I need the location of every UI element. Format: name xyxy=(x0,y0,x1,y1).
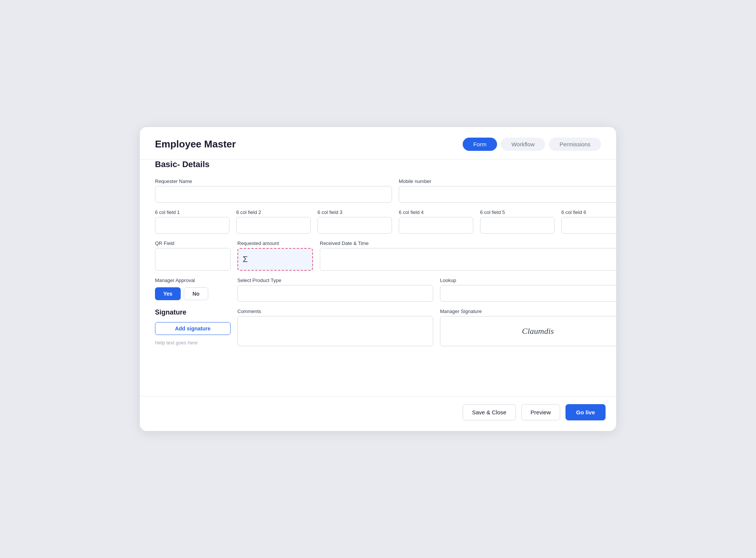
label-manager-signature: Manager Signature xyxy=(440,308,616,314)
approval-buttons: Yes No xyxy=(155,287,231,300)
tab-permissions[interactable]: Permissions xyxy=(549,138,601,151)
input-comments[interactable] xyxy=(237,316,433,346)
group-received-date: Received Date & Time xyxy=(320,240,616,271)
section-title: Basic- Details xyxy=(155,160,616,169)
go-live-button[interactable]: Go live xyxy=(565,404,606,420)
help-text: Help text goes here xyxy=(155,340,231,346)
input-col4[interactable] xyxy=(399,217,473,234)
row-4: Manager Approval Yes No Select Product T… xyxy=(155,277,616,302)
input-col1[interactable] xyxy=(155,217,229,234)
btn-yes[interactable]: Yes xyxy=(155,287,181,300)
group-select-product: Select Product Type xyxy=(237,277,433,302)
label-comments: Comments xyxy=(237,308,433,314)
input-requester-name[interactable] xyxy=(155,186,392,203)
row-6col: 6 col field 1 6 col field 2 6 col field … xyxy=(155,209,616,234)
add-signature-button[interactable]: Add signature xyxy=(155,322,231,335)
sigma-symbol: Σ xyxy=(243,254,248,264)
tab-form[interactable]: Form xyxy=(463,138,497,151)
tab-bar: Form Workflow Permissions xyxy=(463,138,601,151)
group-requested-amount: Requested amount Σ xyxy=(237,240,313,271)
page-title: Employee Master xyxy=(155,138,451,150)
group-col3: 6 col field 3 xyxy=(318,209,392,234)
label-requester-name: Requester Name xyxy=(155,178,392,184)
input-col3[interactable] xyxy=(318,217,392,234)
group-col1: 6 col field 1 xyxy=(155,209,229,234)
group-col2: 6 col field 2 xyxy=(236,209,311,234)
btn-no[interactable]: No xyxy=(184,287,208,300)
group-mobile-number: Mobile number xyxy=(399,178,616,203)
group-requester-name: Requester Name xyxy=(155,178,392,203)
manager-signature-box: Claumdis xyxy=(440,316,616,346)
label-col6: 6 col field 6 xyxy=(561,209,616,215)
group-col5: 6 col field 5 xyxy=(480,209,555,234)
label-col2: 6 col field 2 xyxy=(236,209,311,215)
label-col4: 6 col field 4 xyxy=(399,209,473,215)
save-close-button[interactable]: Save & Close xyxy=(463,404,516,420)
tab-workflow[interactable]: Workflow xyxy=(501,138,545,151)
form-area: Basic- Details Requester Name Mobile num… xyxy=(140,160,616,396)
label-col3: 6 col field 3 xyxy=(318,209,392,215)
preview-button[interactable]: Preview xyxy=(521,404,560,420)
input-received-date[interactable] xyxy=(320,248,616,271)
footer-buttons: Save & Close Preview Go live xyxy=(140,396,616,431)
header: Employee Master Form Workflow Permission… xyxy=(140,127,616,160)
label-lookup: Lookup xyxy=(440,277,616,283)
group-qr-field: QR Field xyxy=(155,240,231,271)
label-requested-amount: Requested amount xyxy=(237,240,313,246)
input-col6[interactable] xyxy=(561,217,616,234)
input-col5[interactable] xyxy=(480,217,555,234)
group-comments: Comments xyxy=(237,308,433,346)
group-manager-approval: Manager Approval Yes No xyxy=(155,277,231,302)
aggregation-field[interactable]: Σ xyxy=(237,248,313,271)
group-col4: 6 col field 4 xyxy=(399,209,473,234)
input-qr-field[interactable] xyxy=(155,248,231,271)
main-card: Employee Master Form Workflow Permission… xyxy=(140,127,616,431)
label-col5: 6 col field 5 xyxy=(480,209,555,215)
signature-title: Signature xyxy=(155,308,231,316)
label-received-date: Received Date & Time xyxy=(320,240,616,246)
label-qr-field: QR Field xyxy=(155,240,231,246)
row-1: Requester Name Mobile number xyxy=(155,178,616,203)
label-manager-approval: Manager Approval xyxy=(155,277,231,283)
group-col6: 6 col field 6 xyxy=(561,209,616,234)
input-col2[interactable] xyxy=(236,217,311,234)
label-col1: 6 col field 1 xyxy=(155,209,229,215)
body: Basic- Details Requester Name Mobile num… xyxy=(140,160,616,396)
input-mobile-number[interactable] xyxy=(399,186,616,203)
input-lookup[interactable] xyxy=(440,285,616,302)
signature-text: Claumdis xyxy=(522,326,554,336)
signature-section: Signature Add signature Help text goes h… xyxy=(155,308,231,346)
label-mobile-number: Mobile number xyxy=(399,178,616,184)
row-3: QR Field Requested amount Σ Received Dat… xyxy=(155,240,616,271)
row-bottom: Signature Add signature Help text goes h… xyxy=(155,308,616,346)
group-manager-signature: Manager Signature Claumdis xyxy=(440,308,616,346)
input-select-product[interactable] xyxy=(237,285,433,302)
group-lookup: Lookup xyxy=(440,277,616,302)
label-select-product: Select Product Type xyxy=(237,277,433,283)
